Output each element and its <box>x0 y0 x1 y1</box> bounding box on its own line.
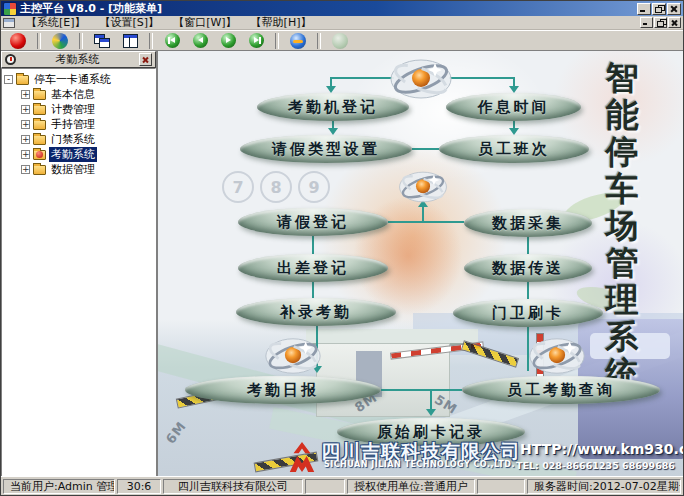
mdi-close-button[interactable] <box>668 17 681 28</box>
atom-icon <box>398 169 448 205</box>
expander-icon[interactable]: + <box>21 120 30 129</box>
tree-item-label[interactable]: 计费管理 <box>49 102 97 117</box>
status-current-user: 当前用户:Admin 管理员 <box>3 479 115 494</box>
expander-icon[interactable]: + <box>21 135 30 144</box>
status-counter: 30:6 <box>117 479 161 494</box>
node-attendance-daily[interactable]: 考勤日报 <box>185 376 381 404</box>
node-employee-query[interactable]: 员工考勤查询 <box>462 376 660 404</box>
tree-item-billing[interactable]: + 计费管理 <box>4 102 153 117</box>
node-business-trip[interactable]: 出差登记 <box>238 254 388 282</box>
expander-icon[interactable]: + <box>21 90 30 99</box>
tree-root[interactable]: - 停车一卡通系统 <box>4 72 153 87</box>
menu-help[interactable]: 【帮助[H]】 <box>244 15 319 30</box>
statusbar: 当前用户:Admin 管理员 30:6 四川吉联科技有限公司 授权使用单位:普通… <box>1 476 683 495</box>
globe-disabled-icon <box>332 33 348 49</box>
tree-item-label[interactable]: 数据管理 <box>49 162 97 177</box>
exit-sphere-button[interactable] <box>7 32 29 50</box>
nav-last-button[interactable] <box>245 32 267 50</box>
nav-first-button[interactable] <box>161 32 183 50</box>
titlebar: 主控平台 V8.0 - [功能菜单] <box>1 1 683 16</box>
app-icon <box>3 2 17 16</box>
mdi-restore-button[interactable] <box>654 17 667 28</box>
connector-line <box>330 77 394 79</box>
tree-item-attendance[interactable]: + 考勤系统 <box>4 147 153 162</box>
node-label: 员工班次 <box>478 140 550 159</box>
mdi-minimize-button[interactable] <box>640 17 653 28</box>
minimize-button[interactable] <box>637 3 651 15</box>
folder-icon <box>33 90 46 100</box>
expander-icon[interactable]: - <box>4 75 13 84</box>
body-area: 考勤系统 - 停车一卡通系统 + 基本信息 + 计费管理 <box>1 51 684 478</box>
cascade-windows-button[interactable] <box>91 32 113 50</box>
tree-item-data[interactable]: + 数据管理 <box>4 162 153 177</box>
tree-view: - 停车一卡通系统 + 基本信息 + 计费管理 + 手持管理 <box>1 68 156 478</box>
menubar: 【系统[E]】 【设置[S]】 【窗口[W]】 【帮助[H]】 <box>1 16 683 30</box>
nav-prev-button[interactable] <box>189 32 211 50</box>
mdi-child-icon[interactable] <box>3 18 15 28</box>
tree-item-label[interactable]: 手持管理 <box>49 117 97 132</box>
arrow-down-icon <box>509 128 519 135</box>
bg-number-9: 9 <box>298 171 330 203</box>
bg-number-8: 8 <box>260 171 292 203</box>
exit-sphere-icon <box>10 33 26 49</box>
nav-next-icon <box>221 33 236 48</box>
node-employee-shift[interactable]: 员工班次 <box>439 135 589 163</box>
close-button[interactable] <box>667 3 681 15</box>
menu-system[interactable]: 【系统[E]】 <box>19 15 93 30</box>
status-empty <box>477 479 525 494</box>
toolbar-separator <box>275 33 279 49</box>
company-logo <box>286 441 318 473</box>
node-attendance-machine[interactable]: 考勤机登记 <box>257 93 409 121</box>
menu-window[interactable]: 【窗口[W]】 <box>166 15 243 30</box>
node-label: 请假类型设置 <box>272 140 380 159</box>
expander-icon[interactable]: + <box>21 150 30 159</box>
connector-line <box>449 77 515 79</box>
arrow-down-icon <box>426 409 436 416</box>
company-name-en: SICHUAN JILIAN TECHNOLOGY CO.,LTD. <box>324 460 515 469</box>
server-time-value: 服务器时间:2012-07-02 <box>534 479 657 494</box>
tree-item-handheld[interactable]: + 手持管理 <box>4 117 153 132</box>
sidebar-close-button[interactable] <box>139 53 152 66</box>
tile-windows-button[interactable] <box>119 32 141 50</box>
node-work-schedule[interactable]: 作息时间 <box>446 93 581 121</box>
arrow-down-icon <box>509 86 519 93</box>
restore-button[interactable] <box>652 3 666 15</box>
weekday-value: 星期一 <box>657 479 681 494</box>
company-url: HTTP://www.km930.com <box>520 441 684 457</box>
expander-icon[interactable]: + <box>21 165 30 174</box>
tile-windows-icon <box>123 34 138 48</box>
swirl-button[interactable] <box>49 32 71 50</box>
node-label: 补录考勤 <box>280 303 352 322</box>
tree-item-label[interactable]: 基本信息 <box>49 87 97 102</box>
globe-button[interactable] <box>287 32 309 50</box>
toolbar-separator <box>317 33 321 49</box>
node-data-collect[interactable]: 数据采集 <box>464 209 592 237</box>
folder-icon <box>16 75 29 85</box>
node-label: 作息时间 <box>478 98 550 117</box>
menu-settings[interactable]: 【设置[S]】 <box>93 15 167 30</box>
node-leave-register[interactable]: 请假登记 <box>238 208 388 236</box>
status-empty <box>305 479 345 494</box>
connector-line <box>388 221 464 223</box>
tree-item-label[interactable]: 考勤系统 <box>49 147 97 162</box>
node-makeup-attendance[interactable]: 补录考勤 <box>236 298 396 326</box>
connector-line <box>412 148 439 150</box>
globe-disabled-button <box>329 32 351 50</box>
node-data-transfer[interactable]: 数据传送 <box>464 254 592 282</box>
nav-prev-icon <box>193 33 208 48</box>
tree-item-label[interactable]: 门禁系统 <box>49 132 97 147</box>
nav-next-button[interactable] <box>217 32 239 50</box>
node-leave-type-setup[interactable]: 请假类型设置 <box>240 135 412 163</box>
cascade-windows-icon <box>94 34 110 48</box>
tree-item-basic-info[interactable]: + 基本信息 <box>4 87 153 102</box>
tree-root-label[interactable]: 停车一卡通系统 <box>32 72 113 87</box>
expander-icon[interactable]: + <box>21 105 30 114</box>
tree-item-access[interactable]: + 门禁系统 <box>4 132 153 147</box>
folder-icon <box>33 120 46 130</box>
status-company: 四川吉联科技有限公司 <box>163 479 303 494</box>
node-guard-swipe[interactable]: 门卫刷卡 <box>453 299 603 327</box>
connector-line <box>422 207 424 222</box>
node-label: 考勤日报 <box>247 381 319 400</box>
atom-icon <box>262 337 324 375</box>
toolbar-separator <box>37 33 41 49</box>
